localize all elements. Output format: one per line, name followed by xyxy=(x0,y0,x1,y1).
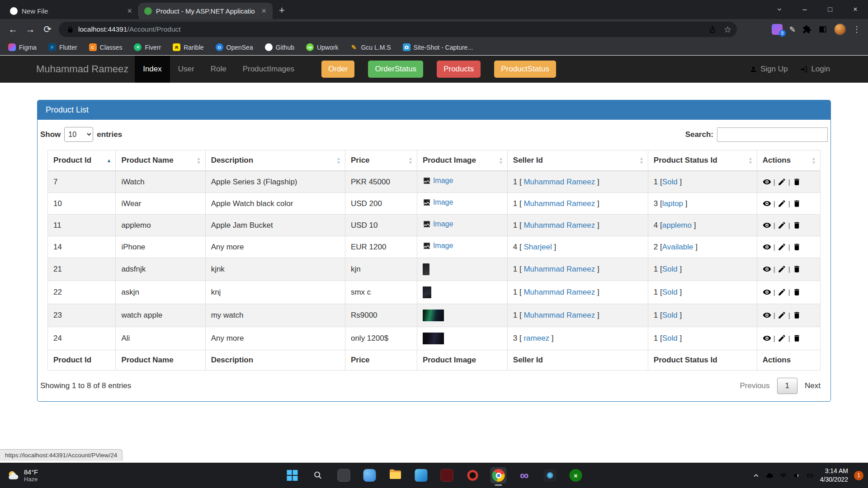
window-close-button[interactable]: × xyxy=(843,0,868,19)
taskbar-app-store[interactable] xyxy=(413,467,429,483)
column-header-product-status-id[interactable]: Product Status Id▲▼ xyxy=(648,150,757,171)
status-link[interactable]: applemo xyxy=(662,221,692,230)
seller-link[interactable]: Muhammad Rameez xyxy=(524,288,595,296)
tab-product-aspnet[interactable]: Product - My ASP.NET Applicatio × xyxy=(139,3,273,19)
view-action-icon[interactable] xyxy=(763,243,771,251)
extension-with-badge-icon[interactable]: 9 xyxy=(772,24,783,35)
weather-widget[interactable]: 84°F Haze xyxy=(6,469,38,483)
view-action-icon[interactable] xyxy=(763,221,771,230)
status-link[interactable]: Sold xyxy=(662,334,678,343)
taskbar-visual-studio[interactable]: ∞ xyxy=(516,467,533,483)
delete-action-icon[interactable] xyxy=(793,334,801,343)
status-link[interactable]: laptop xyxy=(662,199,683,208)
window-maximize-button[interactable]: □ xyxy=(817,0,843,19)
bookmark-star-icon[interactable]: ☆ xyxy=(724,24,731,35)
seller-link[interactable]: Muhammad Rameez xyxy=(524,221,595,230)
notification-badge[interactable]: 1 xyxy=(854,471,863,480)
view-action-icon[interactable] xyxy=(763,199,771,208)
order-button[interactable]: Order xyxy=(321,61,354,78)
nav-item-role[interactable]: Role xyxy=(203,56,235,83)
product-thumbnail[interactable] xyxy=(423,286,431,298)
seller-link[interactable]: Sharjeel xyxy=(524,243,552,251)
search-input[interactable] xyxy=(717,127,828,142)
bookmark-figma[interactable]: Figma xyxy=(8,43,37,51)
delete-action-icon[interactable] xyxy=(793,265,801,273)
tab-search-chevron-icon[interactable] xyxy=(767,0,792,19)
window-minimize-button[interactable]: – xyxy=(792,0,817,19)
start-button[interactable] xyxy=(284,467,301,483)
bookmark-flutter[interactable]: FFlutter xyxy=(48,43,77,51)
battery-icon[interactable] xyxy=(807,472,814,479)
delete-action-icon[interactable] xyxy=(793,221,801,230)
forward-button[interactable]: → xyxy=(22,24,39,35)
bookmark-opensea[interactable]: OOpenSea xyxy=(216,43,253,51)
taskbar-app-recorder[interactable] xyxy=(465,467,481,483)
share-icon[interactable] xyxy=(708,25,717,33)
profile-avatar[interactable] xyxy=(834,23,846,35)
edit-action-icon[interactable] xyxy=(778,288,786,296)
product-thumbnail[interactable] xyxy=(423,310,444,321)
view-action-icon[interactable] xyxy=(763,178,771,186)
taskbar-app-misc[interactable] xyxy=(542,467,558,483)
site-brand[interactable]: Muhammad Rameez xyxy=(36,63,128,75)
seller-link[interactable]: Muhammad Rameez xyxy=(524,311,595,319)
current-page-button[interactable]: 1 xyxy=(777,378,797,394)
bookmark-fiverr[interactable]: fiFiverr xyxy=(134,43,161,51)
bookmark-site-shot[interactable]: Site-Shot - Capture... xyxy=(403,43,473,51)
status-link[interactable]: Available xyxy=(662,243,693,251)
pen-extension-icon[interactable]: ✎ xyxy=(789,25,796,34)
delete-action-icon[interactable] xyxy=(793,178,801,186)
taskbar-search-button[interactable] xyxy=(310,467,326,483)
bookmark-rarible[interactable]: RRarible xyxy=(173,43,203,51)
tab-close-icon[interactable]: × xyxy=(259,6,268,16)
wifi-icon[interactable] xyxy=(779,472,787,479)
bookmark-upwork[interactable]: upUpwork xyxy=(306,43,338,51)
page-size-select[interactable]: 10 xyxy=(64,127,93,142)
taskbar-file-explorer[interactable] xyxy=(387,467,404,483)
taskbar-xbox[interactable]: × xyxy=(568,467,584,483)
seller-link[interactable]: Muhammad Rameez xyxy=(524,199,595,208)
edit-action-icon[interactable] xyxy=(778,199,786,208)
view-action-icon[interactable] xyxy=(763,265,771,273)
tab-close-icon[interactable]: × xyxy=(125,6,134,16)
orderstatus-button[interactable]: OrderStatus xyxy=(368,61,423,78)
column-header-product-image[interactable]: Product Image▲▼ xyxy=(417,150,507,171)
column-header-actions[interactable]: Actions▲▼ xyxy=(757,150,820,171)
next-page-button[interactable]: Next xyxy=(805,381,821,390)
onedrive-cloud-icon[interactable] xyxy=(766,472,774,479)
new-tab-button[interactable]: + xyxy=(273,5,291,19)
view-action-icon[interactable] xyxy=(763,288,771,296)
delete-action-icon[interactable] xyxy=(793,199,801,208)
delete-action-icon[interactable] xyxy=(793,311,801,319)
edit-action-icon[interactable] xyxy=(778,265,786,273)
address-bar[interactable]: localhost:44391 /Account/Product ☆ xyxy=(59,22,737,37)
broken-image-link[interactable]: Image xyxy=(423,242,453,250)
view-action-icon[interactable] xyxy=(763,334,771,343)
speaker-icon[interactable] xyxy=(793,472,801,479)
column-header-price[interactable]: Price▲▼ xyxy=(345,150,417,171)
nav-item-productimages[interactable]: ProductImages xyxy=(235,56,302,83)
refresh-button[interactable]: ⟳ xyxy=(39,24,56,35)
productstatus-button[interactable]: ProductStatus xyxy=(494,61,556,78)
taskbar-app-chat[interactable] xyxy=(362,467,378,483)
edit-action-icon[interactable] xyxy=(778,221,786,230)
status-link[interactable]: Sold xyxy=(662,311,678,319)
broken-image-link[interactable]: Image xyxy=(423,177,453,185)
broken-image-link[interactable]: Image xyxy=(423,198,453,206)
column-header-seller-id[interactable]: Seller Id▲▼ xyxy=(507,150,648,171)
taskbar-app-photoshop[interactable] xyxy=(439,467,455,483)
view-action-icon[interactable] xyxy=(763,311,771,319)
broken-image-link[interactable]: Image xyxy=(423,220,453,228)
status-link[interactable]: Sold xyxy=(662,265,678,273)
products-button[interactable]: Products xyxy=(437,61,481,78)
seller-link[interactable]: Muhammad Rameez xyxy=(524,265,595,273)
previous-page-button[interactable]: Previous xyxy=(740,381,769,390)
taskbar-clock[interactable]: 3:14 AM 4/30/2022 xyxy=(820,467,848,484)
taskbar-app-camera[interactable] xyxy=(336,467,352,483)
edit-action-icon[interactable] xyxy=(778,243,786,251)
bookmark-github[interactable]: Github xyxy=(265,43,294,51)
delete-action-icon[interactable] xyxy=(793,243,801,251)
product-thumbnail[interactable] xyxy=(423,333,444,344)
back-button[interactable]: ← xyxy=(5,24,22,35)
tab-new-file[interactable]: New File × xyxy=(5,3,138,19)
